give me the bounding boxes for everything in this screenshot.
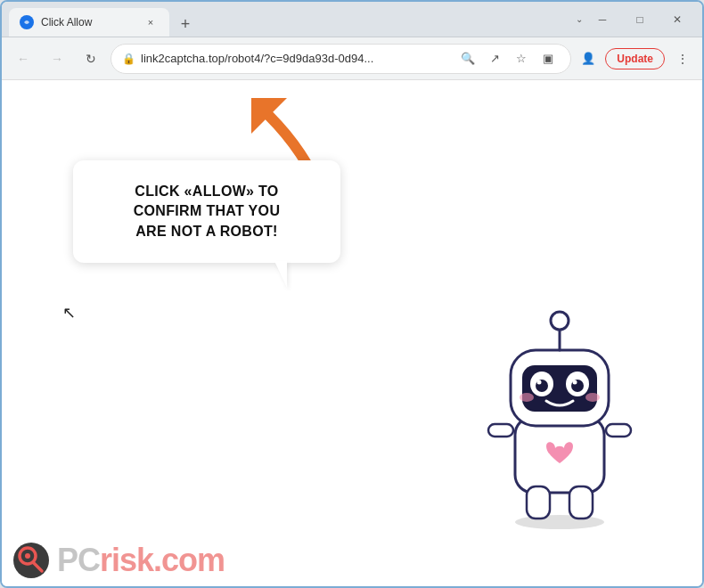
svg-rect-6 bbox=[527, 486, 550, 519]
reload-button[interactable]: ↻ bbox=[77, 45, 105, 73]
pcrisk-logo-icon bbox=[12, 542, 50, 579]
pcrisk-text-label: PCrisk.com bbox=[57, 542, 225, 579]
bookmark-icon[interactable]: ☆ bbox=[510, 47, 533, 70]
maximize-button[interactable]: □ bbox=[622, 5, 658, 34]
back-button[interactable]: ← bbox=[9, 45, 37, 73]
profile-icon[interactable]: 👤 bbox=[577, 47, 600, 70]
svg-point-14 bbox=[537, 380, 542, 385]
bubble-text: CLICK «ALLOW» TO CONFIRM THAT YOU ARE NO… bbox=[100, 182, 314, 241]
svg-point-19 bbox=[585, 393, 600, 402]
url-text: link2captcha.top/robot4/?c=9d9da93d-0d94… bbox=[141, 52, 451, 65]
svg-point-18 bbox=[520, 393, 534, 402]
address-bar-icons: 🔍 ↗ ☆ ▣ bbox=[456, 47, 560, 70]
share-icon[interactable]: ↗ bbox=[483, 47, 506, 70]
search-icon[interactable]: 🔍 bbox=[456, 47, 479, 70]
risk-text: risk.com bbox=[100, 542, 225, 578]
tab-close-button[interactable]: × bbox=[143, 14, 159, 30]
robot-illustration bbox=[471, 301, 649, 533]
speech-bubble: CLICK «ALLOW» TO CONFIRM THAT YOU ARE NO… bbox=[73, 160, 340, 263]
forward-button[interactable]: → bbox=[43, 45, 71, 73]
tab-favicon bbox=[20, 15, 34, 29]
toolbar: ← → ↻ 🔒 link2captcha.top/robot4/?c=9d9da… bbox=[2, 37, 702, 80]
active-tab[interactable]: Click Allow × bbox=[9, 8, 169, 37]
menu-button[interactable]: ⋮ bbox=[670, 46, 695, 71]
new-tab-button[interactable]: + bbox=[173, 12, 198, 37]
window-controls: ⌄ ─ □ ✕ bbox=[576, 5, 695, 34]
title-bar: Click Allow × + ⌄ ─ □ ✕ bbox=[2, 2, 702, 37]
tab-area: Click Allow × + bbox=[9, 2, 576, 37]
update-button[interactable]: Update bbox=[605, 48, 665, 69]
svg-rect-7 bbox=[569, 486, 593, 519]
svg-point-10 bbox=[551, 312, 569, 330]
sidebar-icon[interactable]: ▣ bbox=[536, 47, 560, 70]
svg-point-17 bbox=[573, 380, 577, 385]
close-button[interactable]: ✕ bbox=[659, 5, 695, 34]
svg-point-2 bbox=[515, 515, 604, 529]
tab-title: Click Allow bbox=[41, 16, 135, 29]
cursor: ↖ bbox=[62, 303, 76, 323]
svg-point-23 bbox=[25, 553, 30, 559]
lock-icon: 🔒 bbox=[122, 53, 135, 65]
pcrisk-icon-svg bbox=[12, 542, 50, 579]
svg-rect-5 bbox=[606, 424, 631, 437]
pc-text: PC bbox=[57, 542, 100, 578]
svg-rect-4 bbox=[488, 424, 513, 437]
robot-svg bbox=[471, 301, 649, 533]
address-bar[interactable]: 🔒 link2captcha.top/robot4/?c=9d9da93d-0d… bbox=[111, 44, 571, 74]
watermark: PCrisk.com bbox=[2, 535, 235, 586]
minimize-button[interactable]: ─ bbox=[585, 5, 620, 34]
browser-window: Click Allow × + ⌄ ─ □ ✕ ← → ↻ 🔒 link2cap… bbox=[0, 0, 704, 588]
tab-strip-chevron[interactable]: ⌄ bbox=[576, 14, 583, 24]
page-content: CLICK «ALLOW» TO CONFIRM THAT YOU ARE NO… bbox=[2, 80, 702, 586]
